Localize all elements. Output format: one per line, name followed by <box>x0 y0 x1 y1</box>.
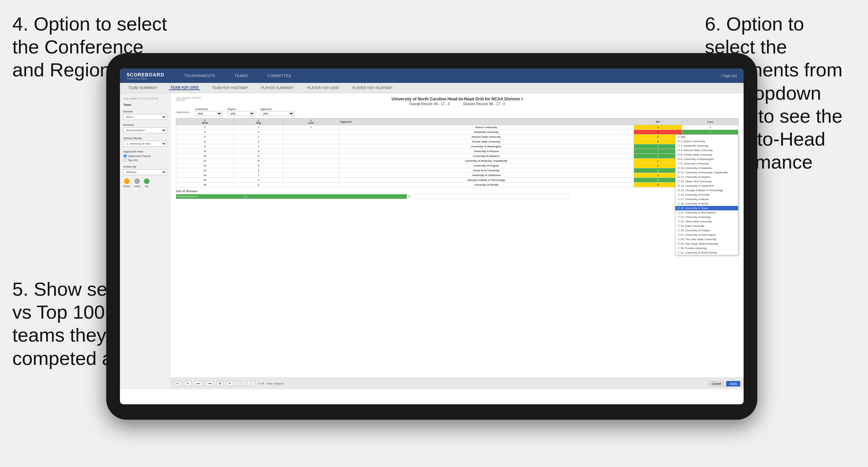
subnav-team-h2h-grid[interactable]: TEAM H2H GRID <box>169 86 200 90</box>
dropdown-item-18[interactable]: ☐ 18. University of Illinois <box>675 201 738 206</box>
filter-row: Opponents: Conference (All) Region (All) <box>176 108 738 116</box>
dropdown-item-13[interactable]: ☐ 13. Texas Tech University <box>675 179 738 184</box>
dropdown-item-all[interactable]: ☑ (All) <box>675 135 738 139</box>
cell-opponent: University of Florida <box>339 183 634 187</box>
toolbar-clock[interactable]: 🕐 <box>247 381 255 386</box>
dropdown-item-28[interactable]: ☐ 28. The Ohio State University <box>675 237 738 242</box>
dropdown-item-11[interactable]: ☑ 11. University of Arkansas, Fayettevil… <box>675 170 738 175</box>
sidebar-timestamp: Last Updated: 4/7/2024 16:55:38 <box>123 97 167 100</box>
cell-conf <box>283 139 339 144</box>
dropdown-item-17[interactable]: ☐ 17. University of Illinois <box>675 197 738 201</box>
cell-rag: 1 <box>234 173 283 178</box>
nav-teams[interactable]: TEAMS <box>232 72 251 79</box>
table-row: 3 2 Vanderbilt University 0 4 <box>176 130 738 135</box>
dropdown-item-27[interactable]: ☐ 27. University of Notre Dame <box>675 233 738 237</box>
table-row: 12 3 University of Virginia 1 1 <box>176 163 738 168</box>
sidebar-division-label: Division <box>123 123 167 126</box>
sidebar-colour-section: Colour by Win/loss <box>123 165 167 175</box>
opponent-select[interactable]: (All) <box>260 111 294 116</box>
dropdown-item-25[interactable]: ☐ 25. University of Oregon <box>675 228 738 233</box>
col-rank: #Rank <box>176 119 234 125</box>
table-body: 2 1 1 Auburn University 2 1 3 2 Vanderbi… <box>176 125 738 187</box>
radio-top100[interactable]: Top 100 <box>123 158 167 162</box>
subnav-team-summary[interactable]: TEAM SUMMARY <box>127 86 159 90</box>
sub-nav: TEAM SUMMARY TEAM H2H GRID TEAM H2H HEAT… <box>120 83 744 93</box>
data-records: Overall Record: 89 - 17 - 0 Division Rec… <box>217 102 697 106</box>
cell-opponent: Arizona State University <box>339 135 634 139</box>
sidebar-gender-section: Gender Men's <box>123 110 167 120</box>
data-table: #Rank #Rag #Conf Opponent Win Loss 2 1 1 <box>176 118 738 187</box>
dropdown-item-24[interactable]: ☐ 24. Duke University <box>675 224 738 228</box>
radio-opponents-input[interactable] <box>123 154 127 158</box>
sidebar-colour-label: Colour by <box>123 165 167 168</box>
dropdown-item-15[interactable]: ☑ 15. Georgia Institute of Technology <box>675 188 738 193</box>
dropdown-item-16[interactable]: ☐ 16. University of Florida <box>675 193 738 197</box>
toolbar-forward[interactable]: ⟶ <box>205 381 214 386</box>
legend-down-dot <box>124 179 130 184</box>
col-loss: Loss <box>682 119 738 125</box>
toolbar-back[interactable]: ⟵ <box>194 381 203 386</box>
cell-opponent: Georgia Institute of Technology <box>339 178 634 183</box>
toolbar-copy[interactable]: ⧉ <box>217 381 223 386</box>
table-row: 2 1 1 Auburn University 2 1 <box>176 125 738 130</box>
nav-signout[interactable]: | Sign out <box>721 74 737 78</box>
dropdown-item-22[interactable]: ☐ 22. University of Georgia <box>675 215 738 219</box>
toolbar-paste[interactable]: 📋 <box>236 381 244 386</box>
apply-button[interactable]: Apply <box>726 381 740 386</box>
dropdown-item-3[interactable]: ☐ 3. Vanderbilt University <box>675 144 738 148</box>
table-row: 10 5 University of Alabama 3 0 <box>176 154 738 159</box>
subnav-player-h2h-grid[interactable]: PLAYER H2H GRID <box>306 86 341 90</box>
division-record: Division Record: 88 - 17 - 0 <box>463 102 505 106</box>
dropdown-item-9[interactable]: ☐ 9. University of Arizona <box>675 161 738 166</box>
cell-conf <box>283 154 339 159</box>
radio-top100-input[interactable] <box>123 158 127 162</box>
conference-select[interactable]: (All) <box>195 111 222 116</box>
radio-opponents-played[interactable]: Opponents Played <box>123 154 167 158</box>
toolbar-redo[interactable]: ↪ <box>184 381 191 386</box>
out-div-row: NCAA Division II 1 0 <box>176 194 570 199</box>
toolbar-cut[interactable]: ✂ <box>226 381 233 386</box>
subnav-team-h2h-heatmap[interactable]: TEAM H2H HEATMAP <box>210 86 249 90</box>
overall-record: Overall Record: 89 - 17 - 0 <box>409 102 450 106</box>
filter-conference: Conference (All) <box>195 108 222 116</box>
region-select[interactable]: (All) <box>228 111 255 116</box>
main-content: Last Updated: 4/7/2024 16:55:38 Team Gen… <box>120 93 744 389</box>
tablet-frame: 5COREBOARD Powered by ©Sport TOURNAMENTS… <box>106 53 757 420</box>
subnav-player-h2h-heatmap[interactable]: PLAYER H2H HEATMAP <box>351 86 394 90</box>
dropdown-item-6[interactable]: ☑ 6. Florida State University <box>675 152 738 157</box>
toolbar-view-original: View: Original <box>267 382 283 385</box>
nav-committee[interactable]: COMMITTEE <box>265 72 294 79</box>
sidebar-division-select[interactable]: NCAA Division I <box>123 127 167 133</box>
dropdown-item-21[interactable]: ☐ 21. University of New Mexico <box>675 210 738 215</box>
dropdown-item-14[interactable]: ☑ 14. University of Oklahoma <box>675 184 738 188</box>
dropdown-item-30[interactable]: ☐ 30. Purdue University <box>675 246 738 250</box>
data-area: Last Updated: 4/7/2024 16:55:38 Universi… <box>171 93 744 389</box>
sidebar-opponent-view-label: Opponent View <box>123 150 167 153</box>
dropdown-item-29[interactable]: ☐ 29. San Diego State University <box>675 242 738 246</box>
subnav-player-summary[interactable]: PLAYER SUMMARY <box>260 86 296 90</box>
dropdown-item-2[interactable]: ☑ 2. Auburn University <box>675 139 738 144</box>
table-row: 9 3 University of Arizona 1 0 <box>176 149 738 154</box>
sidebar-gender-select[interactable]: Men's <box>123 114 167 120</box>
dropdown-item-10[interactable]: ☑ 10. University of Alabama <box>675 166 738 170</box>
dropdown-item-31[interactable]: ☐ 31. University of North Florida <box>675 250 738 255</box>
sidebar-school-select[interactable]: 1. University of Nort... <box>123 141 167 147</box>
sidebar-legend: Down Level Up <box>123 179 167 188</box>
dropdown-item-12[interactable]: ☑ 12. University of Virginia <box>675 175 738 179</box>
region-label: Region <box>228 108 255 110</box>
cell-opponent: University of Arkansas, Fayetteville <box>339 159 634 163</box>
toolbar-undo[interactable]: ↩ <box>174 381 181 386</box>
dropdown-item-20[interactable]: ☑ 20. University of Texas <box>675 206 738 210</box>
cell-rag: 6 <box>234 159 283 163</box>
sidebar-colour-select[interactable]: Win/loss <box>123 169 167 175</box>
toolbar-view-label: ⊙ W <box>258 382 264 385</box>
data-header: Last Updated: 4/7/2024 16:55:38 Universi… <box>176 97 738 106</box>
nav-tournaments[interactable]: TOURNAMENTS <box>182 72 218 79</box>
out-div-division: NCAA Division II <box>176 194 245 199</box>
cancel-button[interactable]: Cancel <box>708 381 724 386</box>
opponents-label: Opponents: <box>176 111 190 114</box>
dropdown-item-23[interactable]: ☐ 23. Texas A&M University <box>675 219 738 224</box>
dropdown-item-4[interactable]: ☑ 4. Arizona State University <box>675 148 738 152</box>
cell-conf <box>283 168 339 173</box>
dropdown-item-8[interactable]: ☑ 8. University of Washington <box>675 157 738 161</box>
